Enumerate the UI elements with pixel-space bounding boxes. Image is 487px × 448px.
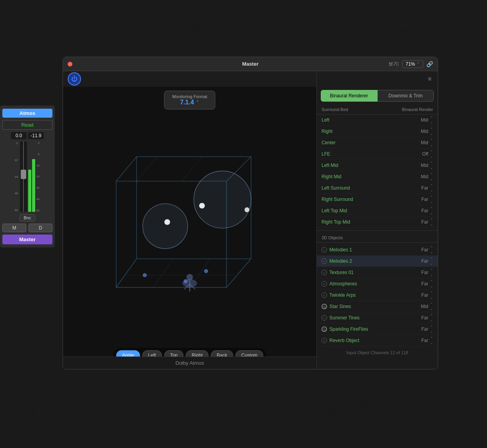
stepper-icon[interactable]: ⌃⌄ <box>430 195 433 204</box>
stepper-icon[interactable]: ⌃⌄ <box>430 291 433 299</box>
link-icon[interactable]: 🔗 <box>426 61 433 67</box>
stepper-icon[interactable]: ⌃⌄ <box>430 172 433 181</box>
object-row[interactable]: ○ Textures 01 Far ⌃⌄ <box>317 267 438 278</box>
surround-bed-row[interactable]: Left Mid ⌃⌄ <box>317 115 438 126</box>
stepper-icon[interactable]: ⌃⌄ <box>430 314 433 322</box>
stepper-icon[interactable]: ⌃⌄ <box>430 336 433 345</box>
object-icon: ○ <box>322 270 327 275</box>
level-value: -11.9 <box>28 132 44 139</box>
annotation-rotation: 회전 버튼 <box>149 401 172 409</box>
channel-render: Far ⌃⌄ <box>421 218 433 226</box>
fader[interactable] <box>20 142 27 212</box>
gain-value: 0.0 <box>11 132 27 139</box>
object-icon: ○ <box>322 258 327 264</box>
object-render: Far ⌃⌄ <box>421 246 433 254</box>
surround-bed-row[interactable]: Left Surround Far ⌃⌄ <box>317 183 438 194</box>
surround-bed-row[interactable]: Left Top Mid Far ⌃⌄ <box>317 205 438 217</box>
list-icon[interactable]: ≡ <box>426 74 433 84</box>
surround-bed-row[interactable]: Center Mid ⌃⌄ <box>317 137 438 149</box>
binaural-renderer-tab[interactable]: Binaural Renderer <box>321 90 377 102</box>
svg-point-23 <box>187 274 193 281</box>
surround-bed-row[interactable]: Left Mid Mid ⌃⌄ <box>317 160 438 171</box>
stepper-icon[interactable]: ⌃⌄ <box>430 280 433 288</box>
mute-button[interactable]: M <box>2 224 26 232</box>
surround-bed-row[interactable]: Right Mid ⌃⌄ <box>317 126 438 137</box>
object-render: Far ⌃⌄ <box>421 336 433 345</box>
surround-bed-row[interactable]: Right Mid Mid ⌃⌄ <box>317 171 438 183</box>
stepper-icon[interactable]: ⌃⌄ <box>430 161 433 170</box>
monitoring-popup[interactable]: Monitoring Format 7.1.4 ⌃ <box>164 91 215 109</box>
object-row[interactable]: ◎ Sparkling FireFlies Far ⌃⌄ <box>317 324 438 335</box>
objects-3d-header: 3D Objects <box>317 233 438 243</box>
object-row[interactable]: ○ Melodies 1 Far ⌃⌄ <box>317 244 438 256</box>
object-left: ○ Melodies 1 <box>322 247 352 253</box>
read-button[interactable]: Read <box>2 120 52 130</box>
svg-point-14 <box>194 171 251 228</box>
channel-render: Far ⌃⌄ <box>421 195 433 204</box>
stepper-icon[interactable]: ⌃⌄ <box>430 218 433 226</box>
d-button[interactable]: D <box>29 224 52 232</box>
surround-bed-row[interactable]: LFE Off ⌃⌄ <box>317 149 438 160</box>
channel-name: Right Top Mid <box>322 219 350 225</box>
object-row[interactable]: ◎ Star Sines Mid ⌃⌄ <box>317 301 438 312</box>
surround-bed-row[interactable]: Right Top Mid Far ⌃⌄ <box>317 217 438 228</box>
objects-3d-header-label: 3D Objects <box>322 235 343 240</box>
channel-render: Mid ⌃⌄ <box>421 161 433 170</box>
stepper-icon[interactable]: ⌃⌄ <box>430 257 433 265</box>
stepper-icon[interactable]: ⌃⌄ <box>430 127 433 136</box>
svg-line-9 <box>226 259 251 287</box>
object-icon: ○ <box>322 338 327 343</box>
object-row[interactable]: ○ Atmospheres Far ⌃⌄ <box>317 278 438 290</box>
section-divider <box>317 230 438 231</box>
object-name: Sparkling FireFlies <box>329 326 368 332</box>
3d-box-svg <box>63 99 316 346</box>
power-button[interactable]: ⏻ <box>68 72 81 86</box>
object-render: Far ⌃⌄ <box>421 291 433 299</box>
svg-line-7 <box>153 259 173 287</box>
surround-bed-row[interactable]: Right Surround Far ⌃⌄ <box>317 194 438 205</box>
render-tabs: Binaural Renderer Downmix & Trim <box>317 87 438 105</box>
plugin-window: Master 보기: 71% ⌃ 🔗 ⏻ Monitoring Format 7… <box>63 57 438 369</box>
bottom-buttons: M D <box>2 224 52 232</box>
object-row[interactable]: ○ Twinkle Arps Far ⌃⌄ <box>317 290 438 301</box>
right-panel-toolbar: ≡ <box>317 71 438 87</box>
object-left: ○ Melodies 2 <box>322 258 352 264</box>
object-left: ◎ Sparkling FireFlies <box>322 326 368 332</box>
object-row[interactable]: ○ Reverb Object Far ⌃⌄ <box>317 335 438 346</box>
object-render: Far ⌃⌄ <box>421 268 433 277</box>
channel-name: LFE <box>322 151 330 157</box>
object-row[interactable]: ○ Melodies 2 Far ⌃⌄ <box>317 256 438 267</box>
svg-point-16 <box>199 203 205 209</box>
stepper-icon[interactable]: ⌃⌄ <box>430 184 433 192</box>
object-icon: ○ <box>322 281 327 287</box>
stepper-icon[interactable]: ⌃⌄ <box>430 116 433 124</box>
stepper-icon[interactable]: ⌃⌄ <box>430 325 433 333</box>
zoom-control[interactable]: 71% ⌃ <box>402 60 423 68</box>
surround-bed-rows: Left Mid ⌃⌄ Right Mid ⌃⌄ Center Mid ⌃⌄ L… <box>317 115 438 228</box>
master-label: Master <box>2 235 52 244</box>
atmos-button[interactable]: Atmos <box>2 109 52 118</box>
bnc-button[interactable]: Bnc <box>20 214 36 221</box>
object-name: Reverb Object <box>329 338 359 343</box>
svg-point-21 <box>204 269 208 273</box>
stepper-icon[interactable]: ⌃⌄ <box>430 150 433 158</box>
channel-render: Mid ⌃⌄ <box>421 138 433 147</box>
object-render: Far ⌃⌄ <box>421 325 433 333</box>
monitoring-label: Monitoring Format <box>172 94 207 99</box>
stepper-icon[interactable]: ⌃⌄ <box>430 206 433 215</box>
stepper-icon[interactable]: ⌃⌄ <box>430 246 433 254</box>
channel-render: Far ⌃⌄ <box>421 206 433 215</box>
object-left: ○ Reverb Object <box>322 338 359 343</box>
downmix-trim-tab[interactable]: Downmix & Trim <box>377 90 434 102</box>
annotation-monitoring: Monitoring Format팝업 메뉴 <box>168 15 213 30</box>
channel-name: Left Surround <box>322 185 350 191</box>
close-button[interactable] <box>68 62 72 66</box>
object-row[interactable]: ○ Summer Tines Far ⌃⌄ <box>317 312 438 324</box>
object-name: Atmospheres <box>329 281 357 287</box>
stepper-icon[interactable]: ⌃⌄ <box>430 138 433 147</box>
stepper-icon[interactable]: ⌃⌄ <box>430 268 433 277</box>
meter-area: 012244060 061824304060 <box>2 142 52 212</box>
object-name: Star Sines <box>329 304 351 309</box>
stepper-icon[interactable]: ⌃⌄ <box>430 302 433 311</box>
channel-name: Left Top Mid <box>322 208 347 213</box>
